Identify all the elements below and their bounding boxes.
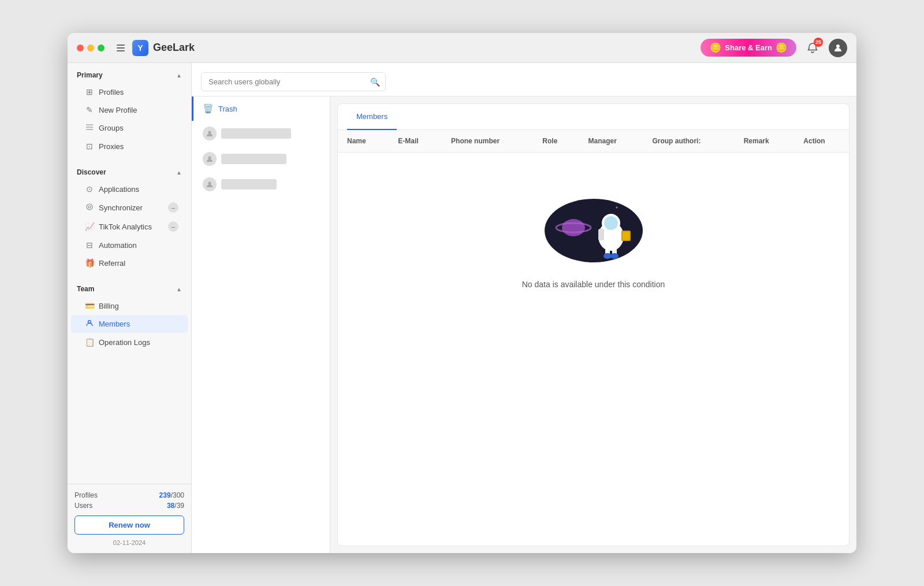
col-remark: Remark: [735, 130, 795, 153]
notification-button[interactable]: 25: [803, 39, 822, 57]
profiles-stat-label: Profiles: [74, 491, 98, 499]
right-panel: Members Name E-Mail Phone number Role Ma…: [337, 103, 850, 546]
svg-rect-2: [117, 50, 125, 51]
svg-point-16: [581, 195, 583, 197]
col-group-auth: Group authori:: [643, 130, 734, 153]
sidebar-discover-header[interactable]: Discover ▲: [68, 165, 191, 180]
sidebar-primary-section: Primary ▲ ⊞ Profiles ✎ New Profile: [68, 63, 191, 160]
discover-label: Discover: [77, 168, 106, 176]
synchronizer-icon: [85, 203, 94, 213]
sidebar-stats: Profiles 239/300 Users 38/39: [74, 491, 184, 510]
sidebar-bottom: Profiles 239/300 Users 38/39 Renew now 0…: [68, 484, 191, 553]
sidebar-item-label: Billing: [99, 302, 119, 310]
sidebar-item-new-profile[interactable]: ✎ New Profile: [71, 101, 188, 118]
empty-illustration: [536, 187, 651, 268]
sidebar-item-tiktok-analytics[interactable]: 📈 TikTok Analytics –: [71, 217, 188, 236]
members-icon: [85, 319, 94, 329]
applications-icon: ⊙: [85, 184, 94, 194]
chevron-up-icon: ▲: [176, 72, 182, 79]
sidebar-item-label: Synchronizer: [99, 203, 143, 212]
sidebar-item-label: TikTok Analytics: [99, 222, 152, 231]
profiles-stat-value: 239/300: [159, 491, 184, 499]
sidebar-item-label: Operation Logs: [99, 338, 150, 347]
sidebar-item-referral[interactable]: 🎁 Referral: [71, 254, 188, 272]
list-item[interactable]: ██████ █████: [192, 146, 330, 172]
primary-label: Primary: [77, 71, 103, 79]
coin-left-icon: 🪙: [710, 42, 721, 53]
profiles-icon: ⊞: [85, 87, 94, 97]
sidebar-primary-header[interactable]: Primary ▲: [68, 68, 191, 83]
close-button[interactable]: [77, 44, 84, 51]
proxies-icon: ⊡: [85, 142, 94, 151]
chevron-up-icon: ▲: [176, 169, 182, 176]
user-name: ████████ ████: [221, 128, 291, 139]
app-window: Y GeeLark 🪙 Share & Earn 🪙 25: [68, 33, 856, 553]
avatar: [203, 127, 217, 140]
maximize-button[interactable]: [98, 44, 105, 51]
trash-item[interactable]: 🗑️ Trash: [192, 97, 330, 121]
svg-point-30: [603, 253, 612, 259]
app-logo: Y GeeLark: [132, 40, 195, 56]
svg-rect-1: [117, 47, 125, 49]
col-name: Name: [338, 130, 389, 153]
renew-button[interactable]: Renew now: [74, 515, 184, 535]
svg-rect-0: [117, 44, 125, 46]
svg-point-15: [564, 198, 565, 199]
trash-label: Trash: [218, 105, 237, 113]
col-email: E-Mail: [389, 130, 442, 153]
sidebar-item-profiles[interactable]: ⊞ Profiles: [71, 83, 188, 101]
groups-icon: [85, 123, 94, 133]
svg-point-14: [552, 204, 554, 206]
users-stat-label: Users: [74, 502, 92, 510]
billing-icon: 💳: [85, 301, 94, 310]
sidebar-item-label: Automation: [99, 241, 137, 250]
tiktok-badge: –: [168, 221, 178, 232]
user-name: ██████ █████: [221, 154, 286, 164]
sidebar-item-groups[interactable]: Groups: [71, 119, 188, 137]
app-body: Primary ▲ ⊞ Profiles ✎ New Profile: [68, 63, 856, 553]
referral-icon: 🎁: [85, 258, 94, 268]
main-content: 🔍 🗑️ Trash: [192, 63, 856, 553]
sidebar-item-label: Profiles: [99, 88, 124, 97]
user-avatar-button[interactable]: [829, 39, 847, 57]
notification-badge: 25: [814, 38, 823, 47]
sidebar-item-billing[interactable]: 💳 Billing: [71, 297, 188, 314]
content-area: 🗑️ Trash ████████ ████: [192, 97, 856, 553]
logo-icon: Y: [132, 40, 148, 56]
sidebar: Primary ▲ ⊞ Profiles ✎ New Profile: [68, 63, 192, 553]
sidebar-item-label: Groups: [99, 124, 124, 132]
sidebar-toggle-button[interactable]: [114, 41, 128, 55]
col-role: Role: [533, 130, 579, 153]
sidebar-item-label: Applications: [99, 185, 139, 194]
traffic-lights: [77, 44, 105, 51]
minimize-button[interactable]: [87, 44, 94, 51]
share-earn-banner[interactable]: 🪙 Share & Earn 🪙: [701, 39, 796, 57]
members-table: Name E-Mail Phone number Role Manager Gr…: [338, 130, 849, 153]
tabs-bar: Members: [338, 104, 849, 130]
search-bar-area: 🔍: [192, 63, 856, 97]
tab-members[interactable]: Members: [347, 104, 397, 130]
operation-logs-icon: 📋: [85, 337, 94, 347]
sidebar-item-label: Referral: [99, 259, 125, 268]
list-item[interactable]: ██████ ███: [192, 172, 330, 197]
sidebar-discover-section: Discover ▲ ⊙ Applications Synchronizer: [68, 160, 191, 277]
sidebar-team-header[interactable]: Team ▲: [68, 281, 191, 296]
chevron-up-icon: ▲: [176, 286, 182, 292]
sidebar-item-synchronizer[interactable]: Synchronizer –: [71, 198, 188, 217]
sidebar-item-proxies[interactable]: ⊡ Proxies: [71, 138, 188, 155]
sidebar-item-applications[interactable]: ⊙ Applications: [71, 180, 188, 198]
sidebar-item-members[interactable]: Members: [71, 315, 188, 333]
col-manager: Manager: [579, 130, 643, 153]
sidebar-item-operation-logs[interactable]: 📋 Operation Logs: [71, 333, 188, 351]
sidebar-item-automation[interactable]: ⊟ Automation: [71, 236, 188, 254]
svg-point-23: [604, 216, 618, 230]
svg-rect-27: [623, 232, 629, 240]
list-item[interactable]: ████████ ████: [192, 121, 330, 146]
user-name: ██████ ███: [221, 179, 277, 190]
search-input-wrap: 🔍: [201, 72, 386, 91]
sidebar-item-label: Proxies: [99, 142, 124, 151]
svg-point-19: [562, 219, 585, 236]
sidebar-item-label: Members: [99, 320, 130, 328]
sidebar-item-label: New Profile: [99, 106, 137, 114]
search-input[interactable]: [201, 72, 386, 91]
